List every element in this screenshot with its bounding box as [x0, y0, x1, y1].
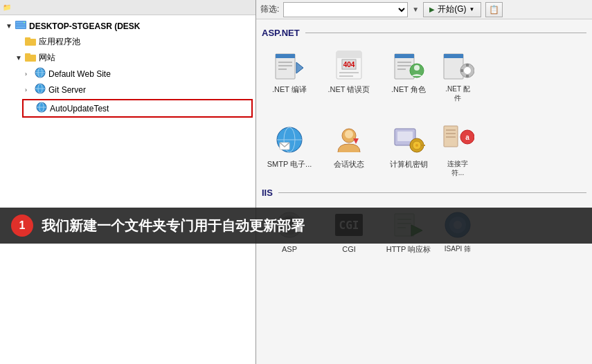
- svg-rect-6: [25, 37, 30, 40]
- svg-rect-46: [460, 69, 463, 72]
- session-item[interactable]: 会话状态: [321, 118, 377, 182]
- svg-rect-41: [444, 54, 463, 58]
- svg-marker-25: [296, 62, 303, 73]
- net-role-item[interactable]: .NET 角色: [381, 44, 436, 107]
- default-site-icon: [35, 67, 46, 80]
- middle-icons-grid: SMTP 电子... 会话状态: [262, 118, 586, 182]
- svg-rect-2: [16, 24, 26, 26]
- sites-label: 网站: [39, 52, 55, 64]
- connect-icon: a: [441, 123, 474, 156]
- aspnet-title: ASP.NET: [262, 28, 300, 38]
- iis-line: [278, 192, 586, 193]
- iis-section-header: IIS: [262, 188, 586, 198]
- aspnet-line: [305, 33, 586, 33]
- tree-item-git-server[interactable]: › Git Server: [0, 82, 255, 98]
- isapi-label: ISAPI 筛: [445, 244, 471, 253]
- overlay-text: 我们新建一个文件夹专门用于自动更新部署: [42, 217, 305, 235]
- default-site-label: Default Web Site: [48, 69, 111, 79]
- tree-item-server[interactable]: ▼ DESKTOP-STGEASR (DESK: [0, 18, 255, 34]
- net-role-label: .NET 角色: [391, 84, 426, 94]
- svg-point-43: [464, 67, 471, 74]
- svg-rect-28: [337, 51, 361, 58]
- right-panel: 筛选: ▼ ▶ 开始(G) ▼ 📋 ASP.NET: [256, 0, 592, 364]
- aspnet-icons-grid: .NET 编译 404 .NET 错误页: [262, 44, 586, 107]
- smtp-item[interactable]: SMTP 电子...: [262, 118, 317, 182]
- cgi-label: CGI: [342, 244, 356, 254]
- content-area: ASP.NET .NET 编译: [256, 19, 592, 364]
- start-label: 开始(G): [438, 3, 466, 15]
- tree-item-autoupdate[interactable]: AutoUpdateTest: [22, 99, 253, 118]
- net-role-icon: [392, 48, 425, 82]
- apppool-icon: [25, 35, 36, 48]
- tree-item-apppool[interactable]: 应用程序池: [0, 34, 255, 50]
- http-label: HTTP 响应标: [386, 244, 431, 254]
- iis-title: IIS: [262, 188, 273, 198]
- sites-icon: [25, 51, 36, 64]
- svg-rect-34: [395, 54, 414, 58]
- extra-button[interactable]: 📋: [485, 2, 503, 17]
- asp-label: ASP: [282, 244, 297, 254]
- svg-marker-53: [353, 138, 359, 144]
- connect-item[interactable]: a 连接字符...: [440, 118, 475, 182]
- apppool-label: 应用程序池: [39, 36, 80, 48]
- tree-item-sites[interactable]: ▼ 网站: [0, 50, 255, 66]
- start-icon: ▶: [429, 6, 435, 13]
- autoupdate-label: AutoUpdateTest: [50, 104, 109, 113]
- net-config-item[interactable]: .NET 配件: [440, 44, 475, 107]
- net-error-label: .NET 错误页: [328, 84, 370, 94]
- git-server-label: Git Server: [48, 85, 86, 95]
- session-label: 会话状态: [334, 159, 364, 169]
- net-compile-icon: [273, 48, 306, 82]
- filter-dropdown[interactable]: [283, 2, 408, 17]
- tree-header-icon: 📁: [3, 3, 11, 11]
- smtp-icon: [273, 123, 306, 156]
- filter-dropdown-arrow: ▼: [412, 6, 419, 13]
- extra-icon: 📋: [489, 5, 499, 15]
- tree-arrow-default: ›: [25, 71, 35, 78]
- svg-rect-44: [466, 64, 469, 66]
- tree-arrow-server: ▼: [6, 22, 15, 30]
- net-config-icon: [441, 48, 474, 82]
- aspnet-section-header: ASP.NET: [262, 28, 586, 38]
- tree-arrow-sites: ▼: [15, 54, 25, 62]
- net-error-item[interactable]: 404 .NET 错误页: [321, 44, 377, 107]
- svg-rect-3: [16, 26, 26, 28]
- tree-header: 📁: [0, 0, 255, 15]
- svg-text:404: 404: [343, 61, 355, 69]
- autoupdate-icon: [36, 102, 47, 115]
- net-compile-item[interactable]: .NET 编译: [262, 44, 317, 107]
- start-dropdown-arrow: ▼: [469, 6, 475, 12]
- svg-point-58: [415, 144, 418, 147]
- connect-label: 连接字符...: [447, 159, 468, 177]
- left-panel: 📁 ▼ DESKTOP-STGEASR (DESK: [0, 0, 256, 364]
- machine-item[interactable]: 计算机密钥: [381, 118, 436, 182]
- session-icon: [332, 123, 366, 156]
- svg-point-39: [414, 65, 420, 71]
- git-server-icon: [35, 83, 46, 96]
- svg-point-4: [24, 22, 25, 24]
- svg-rect-60: [444, 126, 458, 147]
- overlay-number: 1: [11, 215, 33, 237]
- svg-rect-21: [276, 54, 295, 58]
- machine-label: 计算机密钥: [390, 159, 428, 169]
- overlay-tooltip: 1 我们新建一个文件夹专门用于自动更新部署: [0, 208, 592, 244]
- net-config-label: .NET 配件: [445, 84, 469, 102]
- svg-text:a: a: [465, 134, 469, 141]
- filter-label: 筛选:: [260, 3, 279, 15]
- tree-item-default-site[interactable]: › Default Web Site: [0, 66, 255, 82]
- net-error-icon: 404: [332, 48, 366, 82]
- machine-icon: [392, 123, 425, 156]
- start-button[interactable]: ▶ 开始(G) ▼: [423, 2, 481, 17]
- tree-content: ▼ DESKTOP-STGEASR (DESK: [0, 15, 255, 364]
- net-compile-label: .NET 编译: [272, 84, 307, 94]
- tree-arrow-git: ›: [25, 87, 35, 93]
- server-label: DESKTOP-STGEASR (DESK: [29, 21, 140, 31]
- svg-rect-45: [466, 75, 469, 78]
- svg-rect-8: [25, 53, 30, 56]
- smtp-label: SMTP 电子...: [267, 159, 312, 169]
- server-icon: [15, 19, 26, 33]
- toolbar: 筛选: ▼ ▶ 开始(G) ▼ 📋: [256, 0, 592, 19]
- svg-rect-55: [397, 131, 413, 141]
- svg-rect-59: [421, 145, 425, 146]
- svg-point-52: [345, 130, 353, 138]
